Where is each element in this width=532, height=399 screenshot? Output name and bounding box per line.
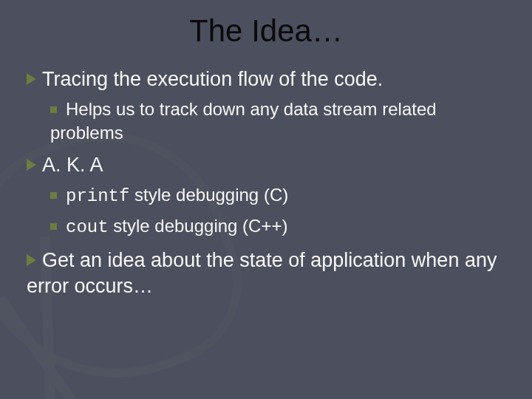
code-token: printf bbox=[66, 186, 129, 206]
triangle-bullet-icon bbox=[27, 254, 36, 266]
bullet-text: Helps us to track down any data stream r… bbox=[50, 99, 437, 143]
list-item: printf style debugging (C) bbox=[50, 183, 511, 208]
square-bullet-icon bbox=[50, 106, 57, 113]
square-bullet-icon bbox=[50, 192, 57, 199]
list-item: Helps us to track down any data stream r… bbox=[50, 98, 511, 146]
sub-list: printf style debugging (C) cout style de… bbox=[27, 183, 511, 240]
bullet-text: style debugging (C) bbox=[129, 185, 288, 205]
sub-list: Helps us to track down any data stream r… bbox=[27, 98, 511, 146]
slide-title: The Idea… bbox=[21, 13, 511, 49]
bullet-text: A. K. A bbox=[42, 154, 103, 176]
bullet-list: Tracing the execution flow of the code. … bbox=[21, 66, 511, 300]
triangle-bullet-icon bbox=[27, 159, 36, 171]
list-item: cout style debugging (C++) bbox=[50, 214, 511, 239]
square-bullet-icon bbox=[50, 223, 57, 230]
bullet-text: Tracing the execution flow of the code. bbox=[42, 68, 383, 90]
list-item: Tracing the execution flow of the code. … bbox=[27, 66, 511, 145]
code-token: cout bbox=[66, 217, 109, 237]
list-item: Get an idea about the state of applicati… bbox=[27, 248, 511, 300]
list-item: A. K. A printf style debugging (C) cout … bbox=[27, 152, 511, 239]
triangle-bullet-icon bbox=[27, 73, 36, 85]
bullet-text: Get an idea about the state of applicati… bbox=[27, 249, 497, 298]
slide: The Idea… Tracing the execution flow of … bbox=[0, 0, 532, 399]
bullet-text: style debugging (C++) bbox=[109, 216, 288, 236]
